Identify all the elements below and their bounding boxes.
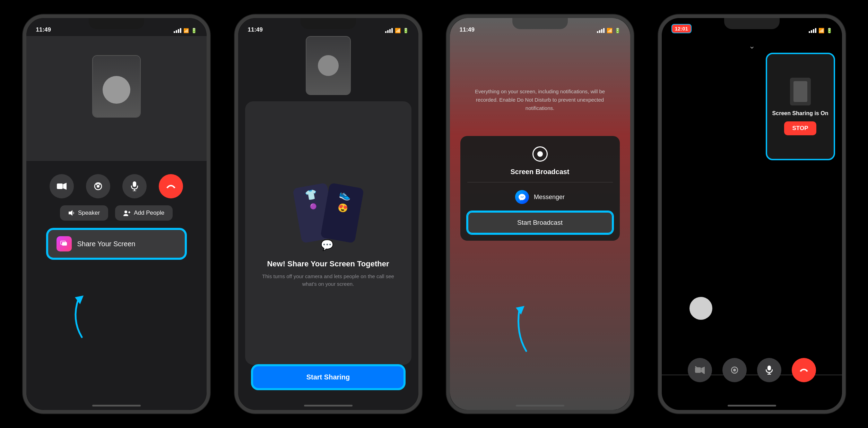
battery-icon-4: 🔋 xyxy=(826,28,832,33)
arrow-1 xyxy=(61,292,96,341)
add-people-label: Add People xyxy=(134,209,164,216)
svg-rect-4 xyxy=(133,181,136,187)
messenger-label: Messenger xyxy=(534,194,565,201)
start-broadcast-label: Start Broadcast xyxy=(517,219,563,226)
phone-3-notch xyxy=(512,18,568,29)
share-screen-icon xyxy=(57,236,72,251)
phone-3-time: 11:49 xyxy=(460,26,475,33)
phone-4-flip-button[interactable] xyxy=(722,358,747,382)
signal-bars-3 xyxy=(597,28,605,33)
phone-1-wrapper: 11:49 📶 🔋 xyxy=(23,15,210,413)
main-control-row xyxy=(37,174,196,198)
phone-2-self-view xyxy=(306,36,351,95)
home-indicator-1 xyxy=(92,405,141,406)
mute-button[interactable] xyxy=(122,174,147,198)
phone-4-bottom-controls xyxy=(662,358,842,382)
share-screen-button[interactable]: Share Your Screen xyxy=(47,229,186,259)
stop-label: STOP xyxy=(792,125,808,131)
phone-3-screen: 11:49 📶 🔋 Everything on your screen, in xyxy=(450,18,630,410)
phone-4-notch xyxy=(724,18,780,29)
phone-4-circle-button xyxy=(689,297,712,320)
flip-camera-button[interactable] xyxy=(86,174,110,198)
svg-point-19 xyxy=(733,369,736,371)
signal-bars-2 xyxy=(385,28,393,33)
phone-4-screen: 12:01 📶 🔋 ⌄ xyxy=(662,18,842,410)
svg-marker-7 xyxy=(69,210,72,216)
phone-4-end-call-button[interactable] xyxy=(792,358,816,382)
person-thumbnail xyxy=(93,56,140,117)
wifi-icon-3: 📶 xyxy=(607,28,613,33)
phone-2-status-icons: 📶 🔋 xyxy=(385,28,409,33)
video-button[interactable] xyxy=(50,174,74,198)
battery-icon: 🔋 xyxy=(191,28,197,33)
share-intro-panel: 👕 🟣 👟 😍 💬 New! Share Your Scr xyxy=(245,101,411,365)
broadcast-divider xyxy=(467,182,613,182)
avatar xyxy=(103,76,130,104)
signal-bars-4 xyxy=(809,28,816,33)
battery-icon-2: 🔋 xyxy=(403,28,409,33)
phone-3-status-icons: 📶 🔋 xyxy=(597,28,620,33)
phone-3-wrapper: 11:49 📶 🔋 Everything on your screen, in xyxy=(446,15,634,413)
phone-1-frame: 11:49 📶 🔋 xyxy=(23,15,210,413)
phone-1-video-area xyxy=(26,36,207,161)
phone-4-time-badge: 12:01 xyxy=(671,24,692,33)
home-indicator-2 xyxy=(304,405,353,406)
battery-icon-3: 🔋 xyxy=(615,28,620,33)
phone-1-self-view xyxy=(92,55,141,118)
start-sharing-button[interactable]: Start Sharing xyxy=(252,365,405,389)
phone-1-time: 11:49 xyxy=(36,26,51,33)
phone-2-wrapper: 11:49 📶 🔋 xyxy=(235,15,422,413)
svg-marker-14 xyxy=(516,306,524,315)
phone-1-notch xyxy=(89,18,144,29)
phone-2-screen: 11:49 📶 🔋 xyxy=(238,18,418,410)
stop-button[interactable]: STOP xyxy=(784,121,817,135)
phone-3-frame: 11:49 📶 🔋 Everything on your screen, in xyxy=(446,15,634,413)
svg-rect-0 xyxy=(57,183,63,189)
purple-item: 🟣 xyxy=(299,200,327,212)
phone-4-frame: 12:01 📶 🔋 ⌄ xyxy=(658,15,845,413)
person-thumb-2 xyxy=(306,37,350,94)
broadcast-title: Screen Broadcast xyxy=(510,168,569,176)
add-people-button[interactable]: Add People xyxy=(115,205,173,221)
speaker-button[interactable]: Speaker xyxy=(60,205,108,221)
wifi-icon-2: 📶 xyxy=(395,28,401,33)
arrow-3 xyxy=(498,299,540,354)
phone-mini xyxy=(793,81,807,102)
phone-2-notch xyxy=(301,18,356,29)
svg-marker-13 xyxy=(75,296,84,304)
screen-sharing-text: Screen Sharing is On xyxy=(772,110,828,117)
phone-2-frame: 11:49 📶 🔋 xyxy=(235,15,422,413)
wifi-icon: 📶 xyxy=(183,28,189,33)
messenger-row: Messenger xyxy=(515,189,565,205)
share-intro-subtitle: This turns off your camera and lets peop… xyxy=(255,273,401,288)
shirt-emoji: 👕 xyxy=(296,187,326,203)
phone-1-controls: Speaker Add People Share Your Screen xyxy=(26,167,207,266)
broadcast-radio-icon xyxy=(532,146,548,162)
phone-4-video-off-button[interactable] xyxy=(688,358,712,382)
phone-1-status-icons: 📶 🔋 xyxy=(174,28,197,33)
phone-4-status-icons: 📶 🔋 xyxy=(809,28,832,33)
start-broadcast-button[interactable]: Start Broadcast xyxy=(467,212,613,234)
svg-point-3 xyxy=(97,185,99,188)
share-intro-title: New! Share Your Screen Together xyxy=(267,259,389,268)
screen-sharing-panel: Screen Sharing is On STOP xyxy=(766,53,835,160)
secondary-buttons-row: Speaker Add People xyxy=(37,205,196,221)
share-screen-label: Share Your Screen xyxy=(77,240,136,248)
chevron-down-icon[interactable]: ⌄ xyxy=(662,42,842,51)
phone-4-mic-button[interactable] xyxy=(757,358,781,382)
phone-thumbnail-icon xyxy=(790,78,811,105)
broadcast-info-text: Everything on your screen, including not… xyxy=(464,87,616,112)
wifi-icon-4: 📶 xyxy=(818,28,824,33)
avatar-2 xyxy=(318,55,339,76)
messenger-icon xyxy=(515,190,529,204)
home-indicator-4 xyxy=(728,405,776,406)
svg-point-8 xyxy=(124,211,127,213)
speaker-label: Speaker xyxy=(78,209,100,216)
phones-container: 11:49 📶 🔋 xyxy=(0,0,868,428)
svg-marker-1 xyxy=(63,183,67,190)
sneaker-emoji: 👟 xyxy=(331,187,360,203)
home-indicator-3 xyxy=(516,405,564,406)
share-illustration: 👕 🟣 👟 😍 💬 xyxy=(290,182,366,251)
end-call-button[interactable] xyxy=(159,174,183,198)
heart-eyes-emoji: 😍 xyxy=(328,200,357,215)
